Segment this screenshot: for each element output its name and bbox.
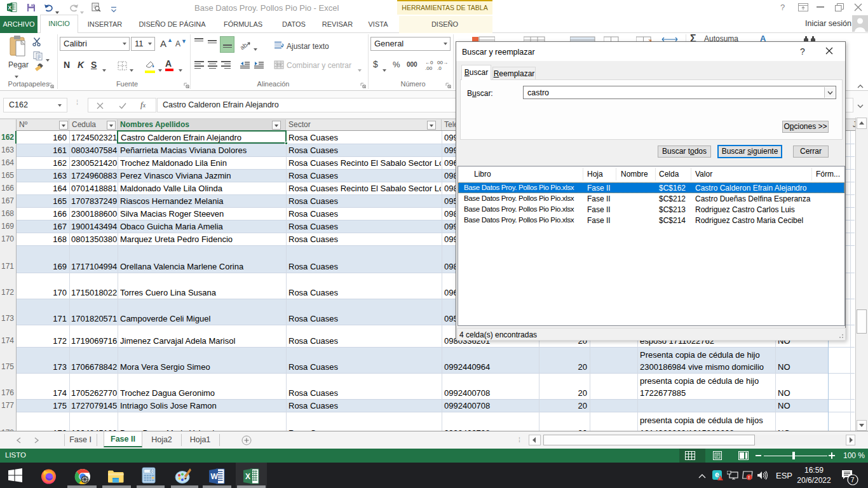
- svg-text:X: X: [8, 4, 12, 11]
- svg-text:ab: ab: [240, 41, 248, 51]
- svg-text:!: !: [749, 475, 750, 480]
- svg-text:W: W: [211, 472, 219, 481]
- svg-text:7: 7: [851, 476, 855, 484]
